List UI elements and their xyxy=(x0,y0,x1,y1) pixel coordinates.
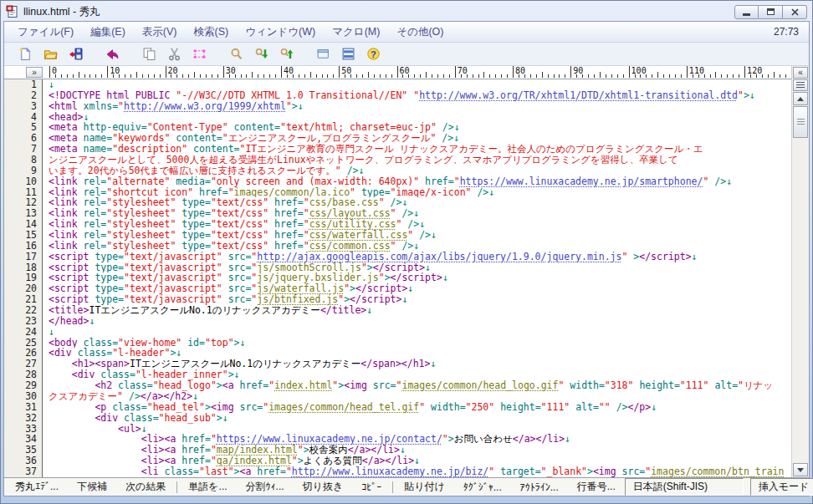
menu-file[interactable]: ファイル(F) xyxy=(9,22,82,43)
token-a: class= xyxy=(100,369,136,380)
token-w: > xyxy=(448,434,454,445)
menu-edit[interactable]: 編集(E) xyxy=(82,22,134,43)
token-m: ↓ xyxy=(692,252,698,262)
copy-button[interactable] xyxy=(136,44,161,64)
select-box-button[interactable] xyxy=(187,44,212,64)
list-icon xyxy=(796,82,805,89)
token-a: href= xyxy=(193,187,228,198)
token-t: <img xyxy=(593,466,622,477)
token-m: ↓ xyxy=(240,338,246,349)
new-file-button[interactable] xyxy=(13,44,38,64)
line-number: 1 xyxy=(4,79,42,90)
token-m: ↓ xyxy=(414,456,420,466)
token-t: <head> xyxy=(49,112,84,123)
menu-search[interactable]: 検索(S) xyxy=(185,22,237,43)
scrollbar-thumb[interactable] xyxy=(793,106,808,138)
search-down-button[interactable] xyxy=(248,44,274,64)
close-button[interactable] xyxy=(783,5,807,19)
token-a: class= xyxy=(118,380,153,391)
scroll-down-button[interactable] xyxy=(793,463,808,476)
text-editor-area[interactable]: 1↓2<!DOCTYPE html PUBLIC "-//W3C//DTD XH… xyxy=(4,79,791,477)
code-line-29: 29 <h2 class="head_logo"><a href="index.… xyxy=(4,380,791,391)
token-s: "image/x-icon" xyxy=(391,187,472,198)
line-number: 36 xyxy=(4,456,42,466)
token-m: ↓ xyxy=(222,413,228,424)
save-button[interactable] xyxy=(63,44,88,64)
line-number: 31 xyxy=(4,402,42,413)
token-t: <div xyxy=(49,348,78,359)
status-item-2[interactable]: 次の結果 xyxy=(116,480,175,494)
token-a: type= xyxy=(176,208,211,219)
search-up-button[interactable] xyxy=(274,44,299,64)
token-t: <li><a xyxy=(141,456,182,466)
input-mode-indicator[interactable]: 挿入モード xyxy=(750,478,813,496)
status-item-3[interactable]: 単語を... xyxy=(179,480,236,494)
status-item-9[interactable]: ｱｳﾄﾗｲﾝ... xyxy=(511,481,568,493)
token-t: </script> xyxy=(373,262,425,273)
menu-window[interactable]: ウィンドウ(W) xyxy=(237,22,324,43)
token-s: "stylesheet" xyxy=(106,230,176,241)
token-t: </head> xyxy=(49,316,89,327)
token-t: </span></h1> xyxy=(360,359,430,369)
token-m: ↓ xyxy=(49,79,54,90)
menu-macro[interactable]: マクロ(M) xyxy=(324,22,388,43)
open-file-button[interactable] xyxy=(38,44,63,64)
window-button[interactable] xyxy=(310,44,335,64)
menu-view[interactable]: 表示(V) xyxy=(134,22,186,43)
status-item-1[interactable]: 下候補 xyxy=(68,480,116,494)
token-t: </script> xyxy=(355,283,407,294)
encoding-indicator[interactable]: 日本語(Shift-JIS) xyxy=(625,478,744,496)
status-separator xyxy=(176,481,177,493)
status-item-4[interactable]: 分割ｳｨ... xyxy=(237,480,294,494)
code-text: <meta name="keywords" content="エンジニアスクール… xyxy=(42,133,791,144)
token-m: ↓ xyxy=(726,176,732,187)
token-t: </script> xyxy=(639,252,691,262)
status-item-10[interactable]: 行番号... xyxy=(568,480,625,494)
cut-button[interactable] xyxy=(161,44,187,64)
scroll-up-button[interactable] xyxy=(793,92,808,105)
split-window-button[interactable] xyxy=(335,44,360,64)
ruler-uncollapse-button[interactable]: « xyxy=(793,67,808,79)
token-s: "111" xyxy=(541,402,570,413)
search-up-icon xyxy=(279,47,294,61)
outline-list-button[interactable] xyxy=(793,79,808,91)
restore-button[interactable] xyxy=(759,5,783,19)
code-text: <link rel="stylesheet" type="text/css" h… xyxy=(42,241,791,252)
token-t: <h1><span> xyxy=(72,359,130,369)
token-s: "only screen and (max-width: 640px)" xyxy=(211,176,419,187)
token-t: </title> xyxy=(320,305,366,316)
token-a: xmlns= xyxy=(84,101,119,112)
token-w: > xyxy=(234,466,240,477)
token-w: /> xyxy=(396,208,414,219)
token-m: ↓ xyxy=(407,283,413,294)
token-m: ↓ xyxy=(358,165,364,176)
token-u: http://www.w3.org/1999/xhtml xyxy=(124,101,286,112)
ruler-number: 80 xyxy=(513,66,525,78)
status-item-7[interactable]: 貼り付け xyxy=(395,480,454,494)
token-a: id= xyxy=(182,338,205,349)
status-item-8[interactable]: ﾀｸﾞｼﾞｬ... xyxy=(454,481,511,493)
ruler-number: 30 xyxy=(223,66,236,78)
token-u: http://www.linuxacademy.ne.jp/biz/ xyxy=(292,466,488,477)
token-a: src= xyxy=(222,252,252,262)
editor-frame: ファイル(F)編集(E)表示(V)検索(S)ウィンドウ(W)マクロ(M)その他(… xyxy=(3,21,810,496)
code-line-26: 26<div class="l-header">↓ xyxy=(4,348,791,359)
token-t: <img xyxy=(211,402,240,413)
search-down-icon xyxy=(254,47,268,61)
ruler-collapse-button[interactable]: » xyxy=(26,67,43,78)
status-item-0[interactable]: 秀丸ｴﾃﾞ... xyxy=(7,480,68,494)
undo-button[interactable] xyxy=(100,44,125,64)
token-u: https://www.linuxacademy.ne.jp/smartphon… xyxy=(460,176,703,187)
help-button[interactable]: ? xyxy=(360,44,386,64)
token-t: <li><a xyxy=(141,434,182,445)
token-s: "318" xyxy=(605,380,634,391)
token-s: "" xyxy=(599,402,611,413)
menu-others[interactable]: その他(O) xyxy=(388,22,452,43)
status-item-5[interactable]: 切り抜き xyxy=(294,480,353,494)
minimize-button[interactable] xyxy=(734,5,759,19)
code-text: <div class="head_sub">↓ xyxy=(42,413,791,424)
toolbar: ? xyxy=(4,43,809,66)
search-button[interactable] xyxy=(223,44,248,64)
status-item-6[interactable]: ｺﾋﾟｰ xyxy=(352,481,391,493)
token-s: " xyxy=(391,208,396,219)
